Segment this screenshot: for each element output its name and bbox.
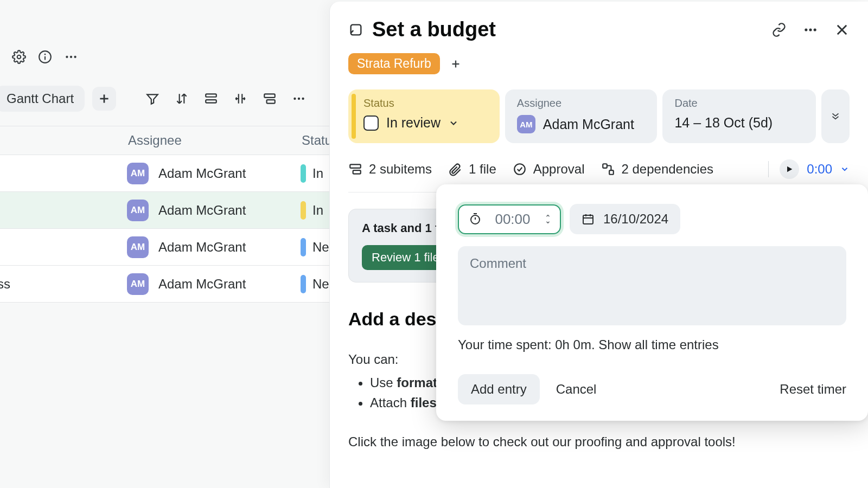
close-icon[interactable] (834, 22, 850, 37)
svg-rect-25 (353, 170, 361, 174)
svg-point-0 (17, 55, 21, 59)
avatar: AM (517, 115, 535, 133)
date-value: 16/10/2024 (603, 211, 668, 227)
panel-title: Set a budget (348, 18, 496, 41)
group-icon[interactable] (263, 92, 277, 106)
filter-icon[interactable] (145, 92, 159, 106)
time-spent-line[interactable]: Your time spent: 0h 0m. Show all time en… (458, 337, 846, 352)
more-icon[interactable] (292, 92, 306, 106)
avatar: AM (127, 200, 149, 221)
column-width-icon[interactable] (233, 92, 247, 106)
time-entry-popover: 00:00 16/10/2024 Comment Your time spent… (436, 184, 868, 421)
assignee-name: Adam McGrant (158, 240, 246, 255)
svg-rect-11 (264, 94, 275, 98)
svg-point-4 (66, 56, 68, 58)
col-header-assignee[interactable]: Assignee (128, 133, 182, 148)
row-text-partial: ss (0, 277, 10, 292)
task-icon (348, 22, 363, 37)
info-icon[interactable] (38, 50, 52, 64)
svg-rect-10 (206, 100, 216, 102)
assignee-label: Assignee (517, 97, 646, 110)
status-color-bar (301, 164, 306, 183)
svg-rect-24 (350, 164, 361, 168)
status-text: In (312, 203, 323, 218)
gear-icon[interactable] (12, 50, 26, 64)
status-color-bar (301, 275, 306, 293)
subitems-link[interactable]: 2 subitems (348, 162, 432, 177)
date-value: 14 – 18 Oct (5d) (674, 115, 773, 131)
date-label: Date (674, 97, 804, 110)
status-color-bar (301, 238, 306, 256)
status-value: In review (386, 115, 441, 131)
status-text: Ne (312, 277, 329, 292)
assignee-name: Adam McGrant (158, 277, 246, 292)
svg-point-13 (293, 98, 296, 100)
status-label: Status (363, 97, 488, 110)
status-color-bar (301, 201, 306, 220)
svg-point-5 (70, 56, 72, 58)
top-toolbar (12, 50, 78, 64)
svg-point-14 (298, 98, 300, 100)
views-bar: Gantt Chart (0, 86, 306, 112)
review-files-button[interactable]: Review 1 file (362, 245, 446, 270)
time-value: 00:00 (495, 211, 530, 228)
svg-point-17 (805, 28, 807, 31)
cancel-button[interactable]: Cancel (556, 382, 597, 397)
more-icon[interactable] (803, 22, 818, 37)
sort-icon[interactable] (175, 92, 189, 106)
svg-point-6 (74, 56, 76, 58)
assignee-name: Adam McGrant (543, 117, 634, 132)
view-tab-gantt[interactable]: Gantt Chart (0, 86, 85, 112)
add-entry-button[interactable]: Add entry (458, 374, 540, 404)
banner-text: A task and 1 f (362, 221, 439, 235)
svg-point-18 (809, 28, 812, 31)
avatar: AM (127, 273, 149, 295)
chevron-down-icon[interactable] (448, 118, 459, 129)
project-tag[interactable]: Strata Refurb (348, 53, 440, 74)
svg-rect-9 (206, 94, 216, 97)
status-text: Ne (312, 240, 329, 255)
avatar: AM (127, 163, 149, 184)
reset-timer-button[interactable]: Reset timer (780, 382, 846, 397)
svg-rect-16 (351, 24, 361, 35)
svg-point-3 (44, 54, 46, 55)
time-input[interactable]: 00:00 (458, 204, 561, 234)
status-card[interactable]: Status In review (348, 89, 500, 143)
stopwatch-icon (469, 213, 482, 226)
assignee-name: Adam McGrant (158, 203, 246, 218)
add-tag-button[interactable] (450, 58, 462, 70)
time-stepper[interactable] (544, 213, 552, 225)
rows-icon[interactable] (204, 92, 218, 106)
expand-fields-button[interactable] (821, 89, 850, 143)
status-text: In (312, 166, 323, 181)
assignee-name: Adam McGrant (158, 166, 246, 181)
more-icon[interactable] (64, 50, 78, 64)
svg-point-15 (302, 98, 304, 100)
approval-banner: A task and 1 f Review 1 file (348, 209, 446, 282)
calendar-icon (582, 213, 595, 226)
date-card[interactable]: Date 14 – 18 Oct (5d) (662, 89, 816, 143)
avatar: AM (127, 236, 149, 258)
assignee-card[interactable]: Assignee AM Adam McGrant (505, 89, 658, 143)
complete-checkbox[interactable] (363, 115, 379, 131)
date-input[interactable]: 16/10/2024 (570, 204, 680, 234)
link-icon[interactable] (771, 22, 787, 37)
svg-rect-33 (583, 215, 593, 224)
comment-input[interactable]: Comment (458, 246, 846, 325)
svg-rect-12 (267, 100, 275, 104)
svg-point-19 (814, 28, 816, 31)
add-view-button[interactable] (92, 87, 116, 111)
